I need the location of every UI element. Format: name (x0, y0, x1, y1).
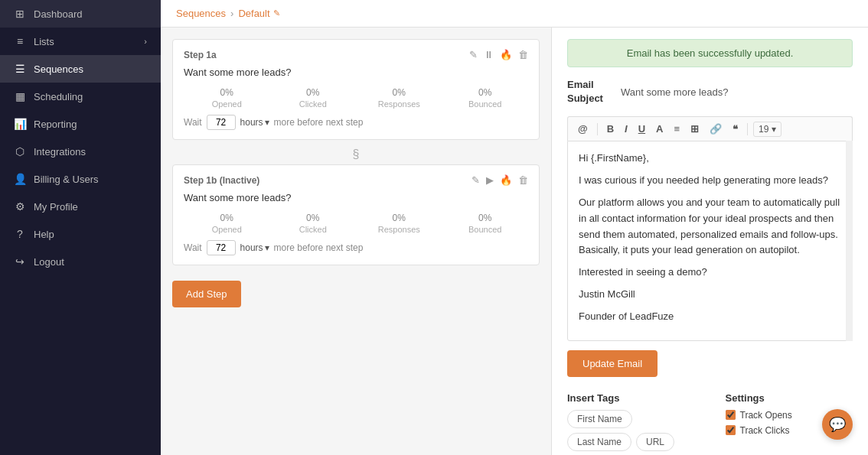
delete-step-icon[interactable]: 🗑 (518, 49, 528, 60)
track-opens-checkbox[interactable] (726, 410, 736, 420)
sidebar-item-sequences[interactable]: ☰ Sequences (0, 55, 161, 83)
tag-first-name[interactable]: First Name (567, 410, 632, 428)
fire-step-icon-1b[interactable]: 🔥 (500, 174, 512, 186)
breadcrumb-current: Default ✎ (238, 8, 279, 19)
editor-line-3: Our platform allows you and your team to… (579, 195, 841, 258)
dashboard-icon: ⊞ (14, 8, 26, 20)
scheduling-icon: ▦ (14, 90, 26, 102)
sidebar-item-label: Help (34, 229, 54, 240)
toolbar-at-btn[interactable]: @ (574, 121, 592, 137)
edit-step-icon-1b[interactable]: ✎ (472, 174, 480, 186)
success-banner: Email has been successfully updated. (567, 39, 853, 67)
email-panel: Email has been successfully updated. Ema… (551, 28, 868, 455)
sidebar-item-reporting[interactable]: 📊 Reporting (0, 110, 161, 138)
toolbar-table-btn[interactable]: ⊞ (687, 121, 703, 137)
steps-panel: Step 1a ✎ ⏸ 🔥 🗑 Want some more leads? 0%… (161, 28, 551, 455)
breadcrumb: Sequences › Default ✎ (161, 0, 868, 28)
track-clicks-checkbox[interactable] (726, 425, 736, 435)
edit-icon[interactable]: ✎ (273, 8, 280, 18)
wait-more-text-1a: more before next step (274, 117, 364, 128)
hours-select-1a[interactable]: hours ▾ (240, 117, 269, 128)
editor-signature-title: Founder of LeadFuze (579, 309, 841, 325)
hours-select-1b[interactable]: hours ▾ (240, 242, 269, 253)
sidebar-item-billing[interactable]: 👤 Billing & Users (0, 165, 161, 193)
update-email-button[interactable]: Update Email (567, 350, 658, 377)
breadcrumb-parent[interactable]: Sequences (176, 8, 226, 19)
step-actions-1b: ✎ ▶ 🔥 🗑 (472, 174, 528, 186)
editor-body[interactable]: Hi {.FirstName}, I was curious if you ne… (567, 141, 853, 340)
fire-step-icon[interactable]: 🔥 (500, 49, 512, 60)
tag-url[interactable]: URL (636, 433, 674, 451)
sidebar-item-label: Scheduling (34, 91, 83, 102)
sidebar-item-integrations[interactable]: ⬡ Integrations (0, 138, 161, 165)
sidebar-item-label: Reporting (34, 119, 77, 130)
stat-responses-1b: 0% Responses (356, 213, 442, 234)
step-wait-1b: Wait 72 hours ▾ more before next step (184, 240, 528, 255)
lists-icon: ≡ (14, 35, 26, 47)
section-divider: § (172, 148, 540, 161)
sidebar-item-label: Sequences (34, 63, 83, 75)
reporting-icon: 📊 (14, 118, 26, 130)
chat-icon: 💬 (829, 416, 846, 433)
toolbar-fontsize-btn[interactable]: 19 ▾ (753, 122, 782, 137)
toolbar-underline-btn[interactable]: U (635, 121, 649, 137)
sidebar-item-logout[interactable]: ↪ Logout (0, 248, 161, 275)
toolbar-bold-btn[interactable]: B (603, 121, 618, 137)
toolbar-quote-btn[interactable]: ❝ (729, 121, 742, 137)
toolbar-align-btn[interactable]: ≡ (670, 121, 684, 137)
stat-bounced-1b: 0% Bounced (442, 213, 529, 234)
toolbar-divider-1 (597, 123, 598, 135)
insert-tags-section: Insert Tags First Name Last Name URL Com… (567, 392, 695, 455)
step-stats-1b: 0% Opened 0% Clicked 0% Responses 0% Bou… (184, 213, 528, 234)
tag-last-name[interactable]: Last Name (567, 433, 631, 451)
sidebar-item-help[interactable]: ? Help (0, 220, 161, 248)
toolbar-italic-btn[interactable]: I (621, 121, 631, 137)
email-subject-value: Want some more leads? (621, 86, 728, 98)
tags-row: First Name Last Name URL Company (567, 410, 695, 455)
sidebar-item-dashboard[interactable]: ⊞ Dashboard (0, 0, 161, 28)
step-title-1b: Step 1b (Inactive) (184, 175, 259, 186)
add-step-button[interactable]: Add Step (172, 281, 241, 307)
toolbar-color-btn[interactable]: A (652, 121, 667, 137)
step-title-1a: Step 1a (184, 50, 217, 60)
chevron-right-icon: › (144, 37, 147, 46)
email-subject-label: EmailSubject (567, 78, 613, 106)
logout-icon: ↪ (14, 255, 26, 268)
toolbar-divider-2 (747, 123, 748, 135)
editor-signature-name: Justin McGill (579, 287, 841, 303)
chat-bubble[interactable]: 💬 (822, 409, 853, 440)
step-subject-1b: Want some more leads? (184, 192, 528, 203)
email-subject-row: EmailSubject Want some more leads? (567, 78, 853, 106)
stat-clicked: 0% Clicked (270, 87, 357, 109)
editor-line-1: Hi {.FirstName}, (579, 151, 841, 167)
track-opens-label: Track Opens (740, 410, 792, 421)
toolbar-link-btn[interactable]: 🔗 (706, 121, 726, 137)
step-actions-1a: ✎ ⏸ 🔥 🗑 (469, 49, 528, 60)
step-card-1a: Step 1a ✎ ⏸ 🔥 🗑 Want some more leads? 0%… (172, 39, 540, 140)
play-step-icon[interactable]: ▶ (486, 174, 494, 186)
bottom-section: Insert Tags First Name Last Name URL Com… (567, 392, 853, 455)
delete-step-icon-1b[interactable]: 🗑 (518, 174, 528, 186)
main-content: Sequences › Default ✎ Step 1a ✎ ⏸ 🔥 🗑 (161, 0, 868, 455)
editor-line-2: I was curious if you needed help generat… (579, 173, 841, 189)
sidebar-item-label: Billing & Users (34, 174, 99, 185)
sidebar-item-lists[interactable]: ≡ Lists › (0, 28, 161, 55)
pause-step-icon[interactable]: ⏸ (484, 49, 494, 60)
integrations-icon: ⬡ (14, 145, 26, 158)
sidebar-item-scheduling[interactable]: ▦ Scheduling (0, 83, 161, 110)
wait-input-1a[interactable]: 72 (207, 115, 236, 130)
editor-scroll: Hi {.FirstName}, I was curious if you ne… (567, 141, 853, 340)
wait-input-1b[interactable]: 72 (207, 240, 236, 255)
sidebar-item-label: Integrations (34, 146, 86, 158)
sidebar-item-profile[interactable]: ⚙ My Profile (0, 193, 161, 220)
stat-opened: 0% Opened (184, 87, 270, 109)
step-subject-1a: Want some more leads? (184, 67, 528, 78)
sidebar-item-label: Lists (34, 36, 54, 47)
insert-tags-label: Insert Tags (567, 392, 695, 404)
edit-step-icon[interactable]: ✎ (469, 49, 478, 60)
step-header-1a: Step 1a ✎ ⏸ 🔥 🗑 (184, 49, 528, 60)
step-wait-1a: Wait 72 hours ▾ more before next step (184, 115, 528, 130)
billing-icon: 👤 (14, 173, 26, 185)
stat-opened-1b: 0% Opened (184, 213, 270, 234)
stat-bounced: 0% Bounced (442, 87, 529, 109)
